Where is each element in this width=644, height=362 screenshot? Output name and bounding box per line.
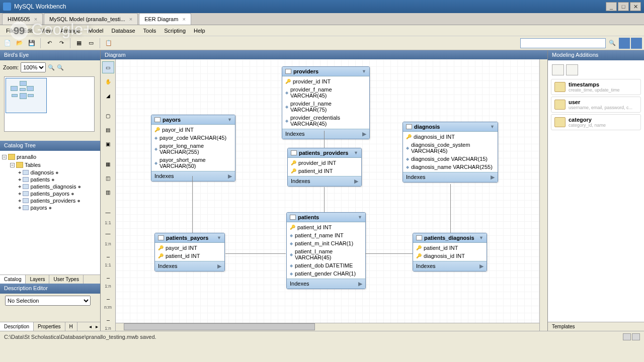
tab-history[interactable]: H [65, 322, 77, 331]
menu-tools[interactable]: Tools [139, 26, 160, 35]
table-tool[interactable]: ▦ [102, 158, 114, 170]
status-box-1 [623, 333, 631, 340]
additions-panel: timestampscreate_time, update_timeuserus… [548, 60, 644, 322]
menu-help[interactable]: Help [190, 26, 209, 35]
rel-line [225, 253, 286, 254]
rel-line [324, 187, 325, 212]
image-tool[interactable]: ▣ [102, 138, 114, 150]
tree-table-patients[interactable]: +patients ● [18, 176, 98, 183]
export-icon[interactable]: 📋 [103, 38, 114, 49]
align-icon[interactable]: ▭ [86, 38, 97, 49]
rel-1-1-tool[interactable]: — [102, 206, 114, 218]
scroll-left-icon[interactable]: ◂ [87, 323, 94, 330]
rel-1-n-tool[interactable]: — [102, 227, 114, 239]
tree-table-patients_providers[interactable]: +patients_providers ● [18, 197, 98, 204]
scroll-right-icon[interactable]: ▸ [94, 323, 100, 330]
description-editor: No Selection [0, 294, 100, 322]
panel-toggle-2[interactable] [631, 38, 642, 49]
tab-user-types[interactable]: User Types [49, 275, 83, 284]
tab-description[interactable]: Description [0, 322, 34, 331]
layer-tool[interactable]: ▢ [102, 110, 114, 122]
tab-catalog[interactable]: Catalog [0, 275, 26, 284]
routine-tool[interactable]: ▥ [102, 186, 114, 198]
minimize-button[interactable]: _ [606, 2, 617, 11]
rel-line [450, 184, 451, 233]
search-icon[interactable]: 🔍 [607, 38, 618, 49]
menu-model[interactable]: Model [85, 26, 108, 35]
toolbar: 📄 📂 💾 ↶ ↷ ▦ ▭ 📋 🔍 [0, 36, 644, 50]
entity-patients_diagnosis[interactable]: patients_diagnosis▼🔑patient_id INT🔑diagn… [413, 233, 487, 272]
addon-btn-2[interactable] [566, 64, 578, 75]
tab-layers[interactable]: Layers [26, 275, 49, 284]
vertical-scrollbar[interactable] [539, 59, 547, 331]
additions-header: Modeling Additions [548, 50, 644, 60]
menu-view[interactable]: View [37, 26, 57, 35]
rel-1-n-id-tool[interactable]: ⎯ [102, 269, 114, 282]
pointer-tool[interactable]: ▭ [102, 61, 114, 73]
birds-eye-preview[interactable] [4, 76, 95, 132]
menu-edit[interactable]: Edit [19, 26, 37, 35]
open-file-icon[interactable]: 📂 [14, 38, 25, 49]
horizontal-scrollbar[interactable] [116, 323, 539, 331]
addon-btn-1[interactable] [552, 64, 564, 75]
entity-diagnosis[interactable]: diagnosis▼🔑diagnosis_id INT◆diagnosis_co… [403, 122, 498, 183]
rel-line [324, 131, 325, 148]
panel-toggle-1[interactable] [619, 38, 630, 49]
tables-node[interactable]: −Tables [10, 161, 98, 169]
rel-line [192, 176, 193, 233]
undo-icon[interactable]: ↶ [44, 38, 55, 49]
close-icon[interactable]: × [182, 16, 185, 22]
rel-n-m-tool[interactable]: ⎯ [102, 291, 114, 303]
rel-line [365, 253, 413, 254]
catalog-tree[interactable]: −pranallo −Tables +diagnosis ●+patients … [0, 151, 100, 275]
entity-payors[interactable]: payors▼🔑payor_id INT◆payor_code VARCHAR(… [151, 115, 235, 182]
rel-1-1-id-tool[interactable]: ⎯ [102, 248, 114, 260]
tab-home[interactable]: HIM6505× [2, 13, 43, 25]
titlebar: MySQL Workbench _ □ ✕ [0, 0, 644, 13]
menu-scripting[interactable]: Scripting [160, 26, 190, 35]
hand-tool[interactable]: ✋ [102, 75, 114, 87]
view-tool[interactable]: ◫ [102, 172, 114, 184]
tab-properties[interactable]: Properties [34, 322, 65, 331]
rel-existing-tool[interactable]: ⎯ [102, 312, 114, 324]
zoom-label: Zoom: [3, 64, 19, 70]
menu-database[interactable]: Database [107, 26, 139, 35]
close-icon[interactable]: × [34, 16, 37, 22]
save-icon[interactable]: 💾 [26, 38, 37, 49]
diagram-canvas[interactable]: providers▼🔑provider_id INT◆provider_f_na… [116, 59, 539, 323]
search-input[interactable] [520, 38, 606, 48]
entity-patients_providers[interactable]: patients_providers▼🔑provider_id INT🔑pati… [287, 148, 362, 187]
addon-timestamps[interactable]: timestampscreate_time, update_time [551, 79, 641, 95]
entity-patients_payors[interactable]: patients_payors▼🔑payor_id INT🔑patient_id… [154, 233, 225, 272]
tree-table-payors[interactable]: +payors ● [18, 204, 98, 211]
redo-icon[interactable]: ↷ [56, 38, 67, 49]
new-file-icon[interactable]: 📄 [2, 38, 13, 49]
zoom-out-icon[interactable]: 🔍 [57, 64, 64, 71]
zoom-in-icon[interactable]: 🔍 [48, 64, 55, 71]
status-text: C:\Data\St Scholastica\Database\pranallo… [4, 334, 156, 340]
addon-user[interactable]: userusername, email, password, c... [551, 97, 641, 113]
maximize-button[interactable]: □ [618, 2, 629, 11]
note-tool[interactable]: ▤ [102, 124, 114, 136]
entity-patients[interactable]: patients▼🔑patient_id INT◆patient_f_name … [286, 212, 366, 289]
tab-model[interactable]: MySQL Model (pranallo_testi...× [44, 13, 138, 25]
eraser-tool[interactable]: ◢ [102, 89, 114, 102]
selection-dropdown[interactable]: No Selection [5, 296, 91, 306]
tree-table-patients_diagnosis[interactable]: +patients_diagnosis ● [18, 183, 98, 190]
close-icon[interactable]: × [129, 16, 132, 22]
grid-icon[interactable]: ▦ [73, 38, 85, 49]
catalog-header: Catalog Tree [0, 141, 100, 151]
tree-table-diagnosis[interactable]: +diagnosis ● [18, 169, 98, 176]
document-tabs: HIM6505× MySQL Model (pranallo_testi...×… [0, 13, 644, 25]
tab-eer-diagram[interactable]: EER Diagram× [139, 13, 191, 25]
entity-providers[interactable]: providers▼🔑provider_id INT◆provider_f_na… [282, 66, 370, 139]
desc-header: Description Editor [0, 284, 100, 294]
tree-table-patients_payors[interactable]: +patients_payors ● [18, 190, 98, 197]
menu-arrange[interactable]: Arrange [56, 26, 84, 35]
templates-tab[interactable]: Templates [548, 322, 644, 331]
addon-category[interactable]: categorycategory_id, name [551, 114, 641, 130]
menu-file[interactable]: File [2, 26, 19, 35]
zoom-select[interactable]: 100% [21, 62, 46, 72]
close-button[interactable]: ✕ [630, 2, 641, 11]
schema-node[interactable]: −pranallo [2, 153, 98, 161]
